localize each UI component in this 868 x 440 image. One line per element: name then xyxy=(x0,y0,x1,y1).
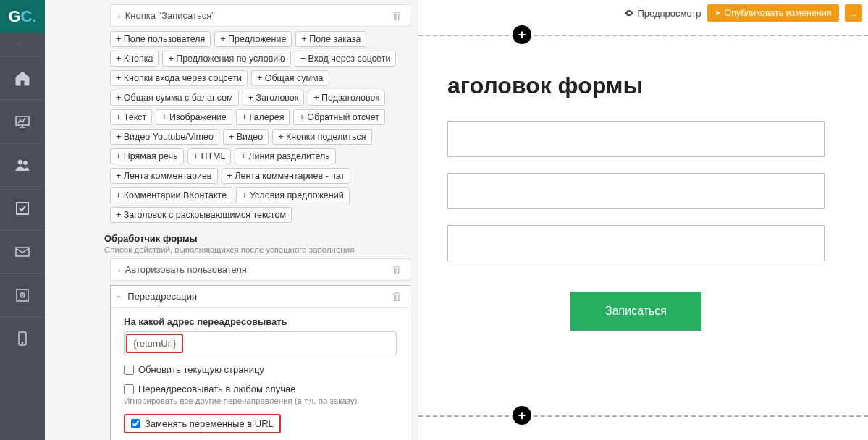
nav-task-icon[interactable] xyxy=(0,186,45,229)
mute-icon[interactable] xyxy=(0,33,45,56)
form-field-3[interactable] xyxy=(447,225,825,261)
collapsed-button-block[interactable]: ›Кнопка "Записаться" 🗑 xyxy=(110,4,410,27)
pill[interactable]: + Обратный отсчет xyxy=(293,109,385,125)
pill[interactable]: + HTML xyxy=(187,148,232,164)
pill[interactable]: + Изображение xyxy=(156,109,232,125)
side-nav: GC. xyxy=(0,0,45,440)
play-icon xyxy=(715,9,722,17)
svg-rect-4 xyxy=(16,248,29,256)
redirect-url-field[interactable]: {returnUrl} xyxy=(124,331,397,355)
pill[interactable]: + Подзаголовок xyxy=(308,90,385,106)
pill[interactable]: + Заголовок xyxy=(243,90,305,106)
svg-rect-3 xyxy=(17,203,28,214)
nav-users-icon[interactable] xyxy=(0,143,45,186)
svg-point-2 xyxy=(24,161,28,164)
add-line-bottom xyxy=(418,415,868,417)
pill[interactable]: + Условия предложений xyxy=(236,187,350,203)
pill[interactable]: + Линия разделитель xyxy=(235,148,335,164)
chevron-right-icon: › xyxy=(118,266,121,274)
nav-chart-icon[interactable] xyxy=(0,99,45,143)
form-submit-button[interactable]: Записаться xyxy=(570,292,701,331)
replace-vars-checkbox[interactable] xyxy=(131,419,140,428)
form-title[interactable]: аголовок формы xyxy=(447,72,825,99)
form-preview: аголовок формы Записаться xyxy=(418,0,868,352)
pill[interactable]: + Предложения по условию xyxy=(162,51,290,67)
pill[interactable]: + Поле пользователя xyxy=(110,31,211,47)
logo[interactable]: GC. xyxy=(0,0,45,33)
pill[interactable]: + Кнопка xyxy=(110,51,159,67)
chevron-right-icon: › xyxy=(118,12,121,20)
trash-icon[interactable]: 🗑 xyxy=(392,263,403,276)
form-field-2[interactable] xyxy=(447,173,825,209)
pill[interactable]: + Кнопки поделиться xyxy=(272,129,371,145)
redirect-header[interactable]: › Переадресация 🗑 xyxy=(111,286,410,308)
pill[interactable]: + Вход через соцсети xyxy=(295,51,397,67)
pill[interactable]: + Прямая речь xyxy=(110,148,184,164)
pill[interactable]: + Общая сумма xyxy=(251,70,329,86)
publish-button[interactable]: Опубликовать изменения xyxy=(707,4,839,22)
pill[interactable]: + Комментарии ВКонтакте xyxy=(110,187,232,203)
pill[interactable]: + Галерея xyxy=(236,109,290,125)
nav-mobile-icon[interactable] xyxy=(0,316,45,360)
add-block-button-top[interactable]: + xyxy=(513,25,531,44)
pill[interactable]: + Общая сумма с балансом xyxy=(110,90,239,106)
preview-panel: Предпросмотр Опубликовать изменения ... … xyxy=(418,0,868,440)
svg-rect-0 xyxy=(16,117,29,125)
pill[interactable]: + Кнопки входа через соцсети xyxy=(110,70,248,86)
editor-panel: ›Кнопка "Записаться" 🗑 + Поле пользовате… xyxy=(45,0,418,440)
pill[interactable]: + Видео xyxy=(223,129,269,145)
trash-icon[interactable]: 🗑 xyxy=(392,9,403,22)
svg-point-1 xyxy=(18,160,22,164)
form-field-1[interactable] xyxy=(447,121,825,157)
nav-safe-icon[interactable] xyxy=(0,273,45,316)
redirect-url-label: На какой адрес переадресовывать xyxy=(124,316,397,327)
handler-section-header: Обработчик формы Список действий, выполн… xyxy=(104,233,410,254)
refresh-checkbox-row[interactable]: Обновить текущую страницу xyxy=(124,364,397,375)
pill[interactable]: + Лента комментариев - чат xyxy=(222,168,351,184)
pill[interactable]: + Текст xyxy=(110,109,152,125)
svg-point-9 xyxy=(22,342,23,344)
pill[interactable]: + Видео Youtube/Vimeo xyxy=(110,129,219,145)
always-redirect-checkbox-row[interactable]: Переадресовывать в любом случае xyxy=(124,384,397,394)
nav-home-icon[interactable] xyxy=(0,56,45,99)
pill[interactable]: + Заголовок с раскрывающимся текстом xyxy=(110,207,292,223)
eye-icon xyxy=(624,8,634,18)
pill[interactable]: + Лента комментариев xyxy=(110,168,218,184)
preview-link[interactable]: Предпросмотр xyxy=(624,8,701,19)
add-line-top xyxy=(418,35,868,36)
trash-icon[interactable]: 🗑 xyxy=(392,290,403,302)
refresh-checkbox[interactable] xyxy=(124,365,134,375)
handler-redirect-block: › Переадресация 🗑 На какой адрес переадр… xyxy=(110,285,410,440)
topbar: Предпросмотр Опубликовать изменения ... xyxy=(624,4,862,22)
pill[interactable]: + Предложение xyxy=(214,31,292,47)
handler-auth-row[interactable]: ›Авторизовать пользователя 🗑 xyxy=(110,258,410,281)
add-block-button-bottom[interactable]: + xyxy=(513,406,531,425)
svg-point-7 xyxy=(22,295,23,296)
pill[interactable]: + Поле заказа xyxy=(295,31,366,47)
always-redirect-checkbox[interactable] xyxy=(124,384,134,394)
more-button[interactable]: ... xyxy=(845,4,862,22)
always-redirect-hint: Игнорировать все другие перенаправления … xyxy=(124,397,397,405)
replace-vars-checkbox-row[interactable]: Заменять переменные в URL xyxy=(124,414,281,433)
element-pills: + Поле пользователя + Предложение + Поле… xyxy=(110,31,410,223)
nav-mail-icon[interactable] xyxy=(0,229,45,273)
chevron-down-icon: › xyxy=(115,295,124,298)
